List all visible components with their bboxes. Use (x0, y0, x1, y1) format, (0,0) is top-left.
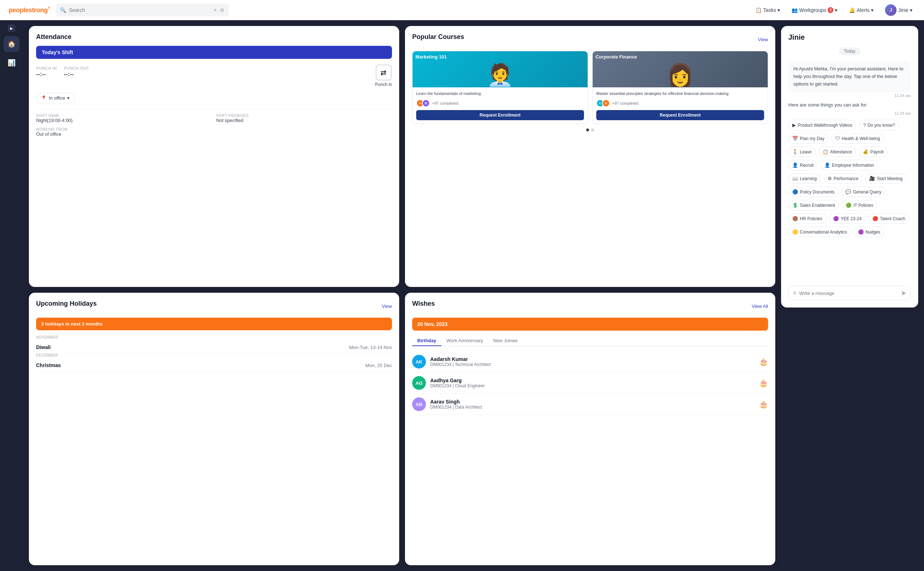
quick-action-icon-5: 📋 (822, 149, 828, 154)
quick-action-15[interactable]: 🟢IT Policies (842, 200, 877, 210)
punch-in-value: --:-- (36, 71, 57, 77)
courses-title: Popular Courses (412, 33, 464, 41)
quick-action-1[interactable]: ?Do you know? (859, 120, 899, 130)
punch-out-value: --:-- (64, 71, 89, 77)
quick-action-20[interactable]: 🟣Nudges (854, 227, 884, 237)
workgroups-chevron: ▾ (835, 7, 838, 13)
quick-action-7[interactable]: 👤Recruit (788, 160, 818, 170)
quick-action-12[interactable]: 🔵Policy Documents (788, 187, 838, 197)
quick-action-icon-0: ▶ (792, 122, 796, 128)
wishes-people-list: AK Aadarsh Kumar DM001234 | Technical Ar… (412, 351, 768, 415)
today-badge: Today (839, 47, 861, 55)
quick-action-8[interactable]: 👤Employee Information (821, 160, 878, 170)
quick-action-label-10: Performance (834, 176, 859, 181)
quick-action-11[interactable]: 🎥Start Meeting (865, 173, 906, 184)
quick-action-14[interactable]: 💲Sales Enablement (788, 200, 839, 210)
wish-name-2: Aarav Singh (430, 399, 482, 404)
tasks-button[interactable]: 📋 Tasks ▾ (753, 6, 783, 14)
quick-action-icon-7: 👤 (792, 162, 798, 168)
wish-dept-0: DM001234 | Technical Architect (430, 362, 491, 367)
jinie-ask-label: Here are some things you can ask for: (788, 102, 911, 108)
quick-action-16[interactable]: 🟤HR Policies (788, 213, 826, 224)
quick-action-icon-2: 📅 (792, 136, 798, 141)
alerts-button[interactable]: 🔔 Alerts ▾ (846, 6, 876, 14)
user-avatar: J (885, 4, 896, 16)
wish-cake-0: 🎂 (759, 357, 768, 366)
punch-icon-button[interactable]: ⇄ (376, 65, 392, 80)
quick-action-label-0: Product Walkthrough Videos (798, 123, 852, 128)
quick-action-5[interactable]: 📋Attendance (819, 147, 856, 157)
jinie-card: Jinie Today Hi Ayushi Mehta, I'm your pe… (781, 26, 918, 307)
tasks-chevron: ▾ (777, 7, 780, 13)
quick-action-17[interactable]: 🟣YEE 23-24 (829, 213, 865, 224)
course-desc-0: Learn the fundamentals of marketing. (416, 91, 584, 96)
quick-action-icon-10: ⚙ (828, 176, 832, 181)
avatar-stack-0: A B (416, 99, 430, 107)
quick-action-13[interactable]: 💬General Query (841, 187, 885, 197)
quick-action-6[interactable]: 💰Payroll (859, 147, 887, 157)
wish-tab-0[interactable]: Birthday (412, 336, 441, 346)
quick-action-icon-3: 🛡 (835, 136, 840, 141)
quick-action-label-2: Plan my Day (800, 136, 824, 141)
wish-info-0: Aadarsh Kumar DM001234 | Technical Archi… (430, 356, 491, 367)
quick-action-icon-13: 💬 (845, 189, 851, 194)
wishes-header: Wishes View All (412, 300, 768, 313)
quick-action-19[interactable]: 🟡Conversational Analytics (788, 227, 851, 237)
wish-cake-2: 🎂 (759, 400, 768, 409)
course-item-0: Marketing 101 🧑‍💼 Learn the fundamentals… (412, 51, 588, 124)
quick-action-2[interactable]: 📅Plan my Day (788, 133, 828, 144)
quick-action-label-6: Payroll (870, 150, 884, 154)
workgroups-button[interactable]: 👥 Workgroups 2 ▾ (789, 6, 840, 14)
wish-info-1: Aadhya Garg DM001234 | Cloud Engineer (430, 378, 485, 388)
quick-action-icon-19: 🟡 (792, 229, 798, 235)
wish-tab-1[interactable]: Work Anniversary (441, 336, 488, 346)
main-wrapper: ▶ 🏠 📊 Attendance Today's Shift Punch in … (0, 20, 924, 571)
search-clear-icon[interactable]: ✕ (213, 8, 217, 12)
sidebar-item-home[interactable]: 🏠 (4, 36, 20, 52)
quick-action-icon-15: 🟢 (846, 202, 851, 208)
dot-0[interactable] (586, 128, 589, 131)
message-input[interactable] (799, 290, 898, 296)
courses-header: Popular Courses View (412, 33, 768, 46)
punch-in-label: Punch in (36, 66, 57, 70)
holidays-view-link[interactable]: View (382, 304, 392, 309)
search-bar[interactable]: 🔍 ✕ ⚙ (56, 4, 229, 17)
enroll-btn-0[interactable]: Request Enrollment (416, 110, 584, 120)
alerts-icon: 🔔 (849, 7, 855, 13)
wish-tab-2[interactable]: New Joinee (488, 336, 523, 346)
sidebar-item-analytics[interactable]: 📊 (4, 55, 20, 71)
wish-name-1: Aadhya Garg (430, 378, 485, 383)
shift-name-label: SHIFT NAME (36, 114, 212, 118)
wish-avatar-1: AG (412, 376, 426, 390)
quick-action-4[interactable]: 🚶Leave (788, 147, 816, 157)
course-av2: B (422, 99, 430, 107)
wish-avatar-0: AK (412, 355, 426, 369)
attendance-title: Attendance (36, 33, 392, 41)
send-button[interactable]: ➤ (901, 289, 906, 297)
course-body-1: Master essential principles strategies f… (593, 87, 768, 124)
quick-action-icon-4: 🚶 (792, 149, 798, 154)
location-selector[interactable]: 📍 In office ▾ (36, 93, 74, 103)
dot-1[interactable] (591, 128, 594, 131)
search-filter-icon[interactable]: ⚙ (220, 7, 225, 13)
location-chevron: ▾ (67, 95, 69, 101)
wishes-view-all-link[interactable]: View All (752, 304, 768, 309)
quick-action-3[interactable]: 🛡Health & Well-being (831, 133, 884, 144)
quick-action-10[interactable]: ⚙Performance (824, 173, 863, 184)
quick-action-18[interactable]: 🔴Talent Coach (868, 213, 909, 224)
courses-view-link[interactable]: View (758, 37, 768, 42)
punch-in-item: Punch in --:-- (36, 65, 57, 77)
quick-action-label-12: Policy Documents (800, 190, 835, 194)
quick-action-label-8: Employee Information (832, 163, 874, 168)
quick-action-9[interactable]: 📖Learning (788, 173, 821, 184)
course-completed-1: +97 completed (612, 101, 639, 105)
quick-action-0[interactable]: ▶Product Walkthrough Videos (788, 120, 856, 130)
user-menu-button[interactable]: J Jinie ▾ (882, 3, 915, 17)
search-input[interactable] (69, 7, 210, 13)
holiday-date-1-0: Mon, 25 Dec (365, 363, 392, 368)
quick-action-icon-12: 🔵 (792, 189, 798, 194)
enroll-btn-1[interactable]: Request Enrollment (596, 110, 764, 120)
shift-details: SHIFT NAME Night(19:00-4:00) SHIFT PREMI… (36, 109, 392, 137)
sidebar-toggle[interactable]: ▶ (8, 25, 15, 32)
course-title-1: Corporate Finance (595, 54, 637, 60)
